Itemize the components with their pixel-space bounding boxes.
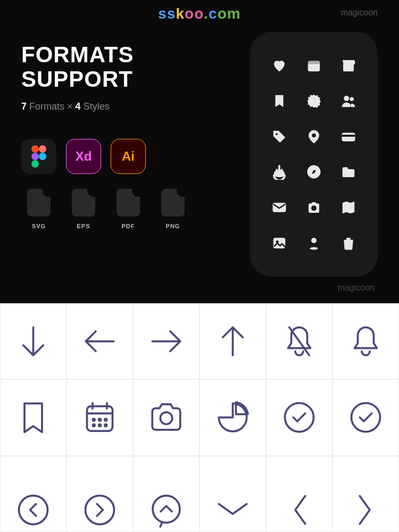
folder-icon: [340, 164, 356, 180]
calendar-outline-icon: [80, 397, 120, 437]
heart-icon: [271, 57, 287, 73]
svg-point-10: [311, 205, 317, 211]
chevron-right-circle-icon: [80, 490, 120, 530]
arrow-down-icon: [13, 321, 53, 361]
svg-point-15: [93, 419, 95, 421]
camera-icon: [306, 200, 322, 215]
pie-chart-icon: [213, 397, 253, 437]
arrow-up-icon: [213, 321, 253, 361]
image-icon: [271, 235, 287, 251]
map-icon: [340, 200, 356, 215]
chevron-up-speech-icon: [146, 490, 186, 530]
compass-icon: [306, 164, 322, 180]
bookmark-outline-icon: [13, 397, 53, 437]
adobe-xd-icon: Xd: [66, 139, 101, 174]
file-icon: [72, 189, 95, 217]
check-circle-icon: [279, 397, 319, 437]
trash-icon: [340, 235, 356, 251]
format-card-png: PNG: [155, 189, 190, 229]
svg-point-22: [285, 403, 314, 432]
svg-point-16: [99, 419, 101, 421]
format-card-pdf: PDF: [111, 189, 146, 229]
svg-point-19: [99, 425, 101, 427]
mail-icon: [271, 200, 287, 215]
svg-rect-11: [273, 238, 285, 248]
svg-point-25: [86, 495, 114, 524]
svg-point-5: [312, 133, 316, 137]
svg-point-21: [160, 412, 172, 425]
bell-icon: [346, 321, 386, 361]
file-icon: [27, 189, 51, 217]
brand-label-top: magicoon: [341, 8, 378, 18]
adobe-illustrator-icon: Ai: [111, 139, 146, 174]
file-icon: [161, 189, 185, 217]
users-icon: [340, 93, 356, 109]
calendar-icon: [306, 57, 322, 73]
svg-point-18: [93, 425, 95, 427]
chevron-left-circle-icon: [13, 490, 53, 530]
svg-point-26: [153, 495, 180, 522]
svg-point-20: [105, 425, 107, 427]
card-icon: [340, 129, 356, 145]
svg-point-24: [19, 495, 48, 524]
format-card-svg: SVG: [21, 189, 56, 229]
svg-point-2: [344, 96, 350, 101]
tag-icon: [271, 129, 287, 145]
svg-point-13: [311, 238, 317, 243]
download-icon: [271, 164, 287, 180]
location-icon: [306, 235, 322, 251]
discount-icon: [306, 93, 322, 109]
svg-point-3: [350, 97, 354, 101]
brand-label-bottom: magicoon: [338, 283, 375, 293]
bell-off-icon: [279, 321, 319, 361]
camera-outline-icon: [146, 397, 186, 437]
clock-check-icon: [346, 397, 386, 437]
arrow-left-icon: [80, 321, 120, 361]
icon-outline-grid: [0, 303, 399, 532]
chevron-down-wide-icon: [213, 490, 253, 530]
watermark-logo: sskoo.com: [158, 5, 240, 22]
figma-icon: [21, 139, 56, 174]
chevron-left-wide-icon: [279, 490, 319, 530]
svg-point-17: [105, 419, 107, 421]
pin-icon: [306, 129, 322, 145]
file-icon: [117, 189, 140, 217]
svg-rect-6: [342, 132, 355, 141]
bookmark-icon: [271, 93, 287, 109]
svg-point-23: [352, 403, 380, 432]
arrow-right-icon: [146, 321, 186, 361]
dark-promo-section: sskoo.com magicoon FORMATSSUPPORT 7 Form…: [0, 0, 399, 303]
phone-preview: [250, 32, 378, 277]
chevron-right-wide-icon: [346, 490, 386, 530]
store-icon: [340, 57, 356, 73]
format-card-eps: EPS: [66, 189, 101, 229]
svg-point-4: [276, 133, 278, 135]
svg-rect-7: [342, 135, 355, 137]
svg-rect-1: [308, 61, 320, 64]
